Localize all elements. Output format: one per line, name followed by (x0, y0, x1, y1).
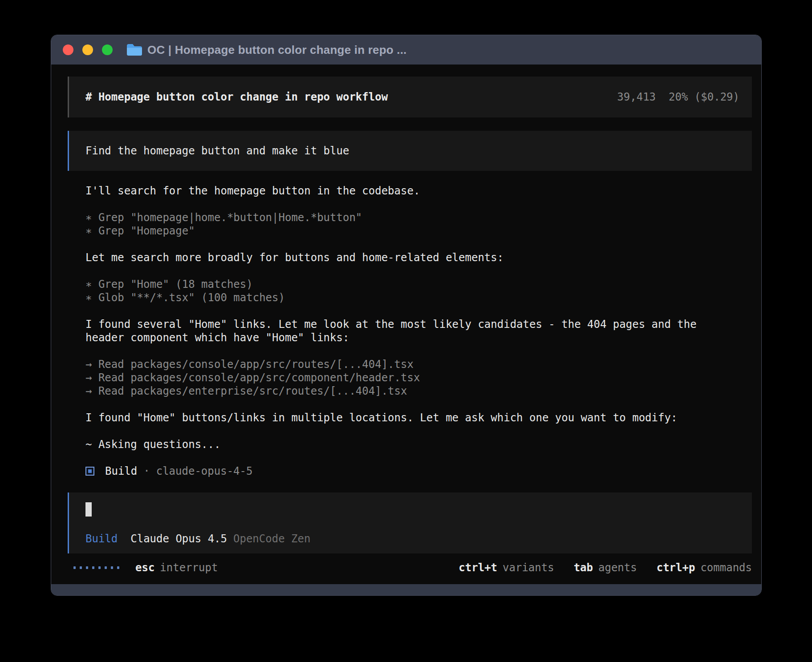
input-provider-label: OpenCode Zen (233, 532, 310, 545)
window-bottom-edge (51, 584, 761, 595)
terminal-content[interactable]: # Homepage button color change in repo w… (51, 65, 761, 584)
spinner-dot (111, 566, 113, 569)
close-button[interactable] (63, 44, 73, 55)
tool-call-read: → Read packages/console/app/src/routes/[… (85, 358, 752, 371)
tool-call-group: ∗ Grep "homepage|home.*button|Home.*butt… (68, 211, 752, 238)
agents-label: agents (598, 561, 637, 574)
minimize-button[interactable] (82, 44, 93, 55)
model-name: claude-opus-4-5 (156, 464, 253, 478)
tool-call-group: ∗ Grep "Home" (18 matches) ∗ Glob "**/*.… (68, 278, 752, 304)
folder-icon (126, 43, 142, 57)
window-titlebar[interactable]: OC | Homepage button color change in rep… (51, 35, 761, 65)
spinner-dot (117, 566, 119, 569)
input-model-label: Claude Opus 4.5 (130, 532, 227, 545)
user-message-text: Find the homepage button and make it blu… (85, 144, 349, 157)
session-title: # Homepage button color change in repo w… (85, 90, 388, 104)
spinner-dot (92, 566, 94, 569)
terminal-window: OC | Homepage button color change in rep… (51, 35, 762, 596)
status-bar: esc interrupt ctrl+t variants tab agents… (68, 561, 752, 574)
tool-call-grep: ∗ Grep "Home" (18 matches) (85, 278, 752, 291)
spinner-dot (105, 566, 107, 569)
assistant-text: I found "Home" buttons/links in multiple… (85, 411, 752, 424)
tool-call-grep: ∗ Grep "homepage|home.*button|Home.*butt… (85, 211, 752, 224)
separator-dot: · (143, 464, 150, 478)
tool-call-glob: ∗ Glob "**/*.tsx" (100 matches) (85, 291, 752, 304)
spinner-dot (80, 566, 82, 569)
tab-key: tab (574, 561, 593, 574)
input-agent-label[interactable]: Build (85, 532, 118, 545)
commands-label: commands (700, 561, 752, 574)
context-cost: 20% ($0.29) (669, 90, 739, 104)
hint-variants: ctrl+t variants (459, 561, 554, 574)
hint-agents: tab agents (574, 561, 637, 574)
title-group: OC | Homepage button color change in rep… (126, 43, 407, 57)
user-message: Find the homepage button and make it blu… (68, 131, 752, 171)
zoom-button[interactable] (102, 44, 113, 55)
spinner-dot (73, 566, 76, 569)
window-title: OC | Homepage button color change in rep… (147, 43, 407, 57)
tool-call-grep: ∗ Grep "Homepage" (85, 224, 752, 238)
prompt-input[interactable]: Build Claude Opus 4.5 OpenCode Zen (68, 492, 752, 553)
agent-status-row: Build · claude-opus-4-5 (85, 464, 752, 478)
ctrl-p-key: ctrl+p (657, 561, 695, 574)
tool-call-group: → Read packages/console/app/src/routes/[… (68, 358, 752, 398)
esc-key-label: interrupt (160, 561, 218, 574)
esc-key-hint: esc (135, 561, 154, 574)
variants-label: variants (503, 561, 554, 574)
session-header: # Homepage button color change in repo w… (68, 77, 752, 117)
assistant-text: I'll search for the homepage button in t… (85, 184, 752, 198)
tool-call-read: → Read packages/enterprise/src/routes/[.… (85, 384, 752, 398)
traffic-lights (63, 44, 113, 55)
spinner-dot (98, 566, 101, 569)
session-stats: 39,413 20% ($0.29) (617, 90, 739, 104)
agent-name: Build (105, 464, 137, 478)
status-left: esc interrupt (73, 561, 218, 574)
build-agent-icon (85, 467, 94, 476)
status-right: ctrl+t variants tab agents ctrl+p comman… (459, 561, 752, 574)
input-meta: Build Claude Opus 4.5 OpenCode Zen (85, 532, 735, 545)
token-count: 39,413 (617, 90, 656, 104)
ctrl-t-key: ctrl+t (459, 561, 497, 574)
working-status: ~ Asking questions... (85, 438, 752, 451)
spinner-dots (73, 566, 119, 569)
text-cursor (85, 502, 92, 517)
hint-commands: ctrl+p commands (657, 561, 752, 574)
assistant-text: I found several "Home" links. Let me loo… (85, 318, 752, 331)
assistant-text: Let me search more broadly for buttons a… (85, 251, 752, 264)
tool-call-read: → Read packages/console/app/src/componen… (85, 371, 752, 384)
assistant-text: header component which have "Home" links… (85, 331, 752, 344)
spinner-dot (86, 566, 88, 569)
